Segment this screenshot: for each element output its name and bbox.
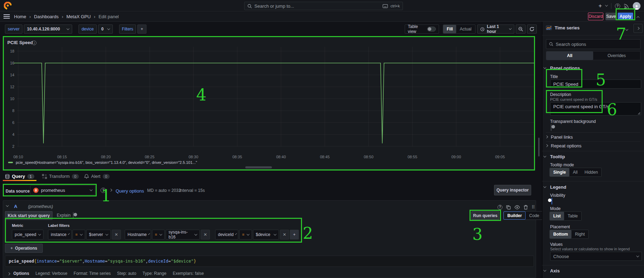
hide-response-icon[interactable] bbox=[514, 205, 520, 209]
chevron-down-icon bbox=[90, 188, 93, 191]
tab-query[interactable]: Query 1 bbox=[5, 174, 34, 179]
filter-value-select[interactable]: sysqa-ins-b16 bbox=[166, 230, 200, 239]
run-queries-button[interactable]: Run queries bbox=[471, 211, 499, 220]
variable-server-value[interactable]: 10.40.4.126:8000 bbox=[24, 25, 72, 34]
table-view-toggle[interactable] bbox=[427, 27, 436, 32]
explain-toggle[interactable] bbox=[73, 212, 74, 219]
placement-right-option[interactable]: Right bbox=[571, 230, 588, 238]
svg-text:08:20: 08:20 bbox=[101, 155, 111, 159]
legend-list-option[interactable]: List bbox=[550, 212, 564, 220]
breadcrumb-dashboard-name[interactable]: MetaX GPU bbox=[66, 14, 90, 19]
filter-key-select[interactable]: Hostname bbox=[125, 230, 151, 239]
vertical-scrollbar[interactable] bbox=[538, 138, 540, 157]
menu-icon[interactable] bbox=[4, 14, 10, 19]
filters-button[interactable]: Filters bbox=[119, 25, 136, 34]
options-search[interactable]: Search options bbox=[546, 39, 640, 49]
operations-button[interactable]: + Operations bbox=[5, 244, 43, 253]
add-label-filter-button[interactable]: + bbox=[290, 230, 299, 239]
kick-start-query-button[interactable]: Kick start your query bbox=[5, 211, 53, 220]
query-help-icon[interactable]: ? bbox=[498, 205, 502, 210]
placement-bottom-option[interactable]: Bottom bbox=[550, 230, 571, 238]
timeseries-chart[interactable]: 2468101214161808:1008:1508:2008:2508:300… bbox=[4, 37, 535, 170]
horizontal-scrollbar[interactable] bbox=[245, 166, 272, 168]
description-field-label: Description bbox=[550, 92, 571, 97]
tooltip-all-option[interactable]: All bbox=[569, 168, 581, 176]
filter-op-select[interactable]: = bbox=[152, 230, 165, 239]
tab-overrides[interactable]: Overrides bbox=[593, 51, 640, 60]
query-options-link[interactable]: Query options bbox=[116, 188, 144, 194]
collapse-pane-button[interactable] bbox=[633, 24, 643, 33]
global-search[interactable]: Search or jump to... ctrl+k bbox=[244, 2, 403, 10]
legend-visibility-toggle[interactable] bbox=[551, 198, 552, 204]
panel-description-textarea[interactable] bbox=[550, 102, 641, 116]
zoom-out-button[interactable] bbox=[516, 25, 526, 34]
help-icon[interactable]: ? bbox=[615, 4, 620, 9]
query-options-summary[interactable]: Options Legend: Verbose Format: Time ser… bbox=[13, 271, 204, 276]
legend-values-select[interactable]: Choose bbox=[550, 252, 642, 261]
actual-option[interactable]: Actual bbox=[456, 25, 475, 33]
visualization-picker[interactable]: Time series bbox=[546, 25, 630, 30]
query-options-chevron-icon[interactable] bbox=[109, 189, 112, 192]
filter-key-select[interactable]: instance bbox=[48, 230, 71, 239]
code-option[interactable]: Code bbox=[526, 211, 543, 220]
legend-header[interactable]: Legend bbox=[550, 185, 566, 190]
axis-header[interactable]: Axis bbox=[550, 268, 560, 273]
filter-value-select[interactable]: $server bbox=[86, 230, 111, 239]
add-icon[interactable]: + bbox=[598, 2, 602, 9]
panel-title-input[interactable] bbox=[550, 79, 641, 89]
search-icon bbox=[549, 42, 553, 46]
transparent-bg-toggle[interactable] bbox=[551, 124, 551, 131]
filter-value-select[interactable]: $device bbox=[253, 230, 279, 239]
timeseries-panel[interactable]: PCIE Speed i 2468101214161808:1008:1508:… bbox=[4, 37, 535, 169]
refresh-button[interactable] bbox=[527, 25, 537, 34]
query-ref-id[interactable]: A bbox=[14, 204, 17, 209]
legend-table-option[interactable]: Table bbox=[564, 212, 581, 220]
discard-button[interactable]: Discard bbox=[588, 13, 603, 20]
query-inspector-button[interactable]: Query inspector bbox=[494, 185, 531, 195]
tooltip-header[interactable]: Tooltip bbox=[550, 154, 565, 159]
filter-key-select[interactable]: deviceId bbox=[215, 230, 238, 239]
legend-placement-switch: Bottom Right bbox=[549, 230, 589, 239]
grafana-logo[interactable] bbox=[4, 2, 12, 9]
breadcrumb-dashboards[interactable]: Dashboards bbox=[34, 14, 59, 19]
filter-op-select[interactable]: = bbox=[73, 230, 85, 239]
duplicate-icon[interactable] bbox=[506, 205, 511, 210]
tab-all[interactable]: All bbox=[546, 51, 593, 60]
apply-button[interactable]: Apply bbox=[618, 13, 633, 20]
tooltip-single-option[interactable]: Single bbox=[550, 168, 569, 176]
metric-select[interactable]: pcie_speed bbox=[12, 230, 43, 239]
fill-option[interactable]: Fill bbox=[443, 25, 456, 33]
tab-transform[interactable]: Transform 0 bbox=[42, 174, 79, 179]
table-view-label: Table view bbox=[408, 24, 427, 34]
add-chevron-icon[interactable] bbox=[605, 4, 608, 6]
remove-filter-button[interactable]: ✕ bbox=[280, 230, 289, 239]
panel-links-section[interactable]: Panel links bbox=[551, 134, 573, 140]
breadcrumb-home[interactable]: Home bbox=[14, 14, 26, 19]
active-tab-underline bbox=[3, 180, 36, 181]
svg-text:18: 18 bbox=[10, 49, 14, 53]
variable-device-value[interactable]: 0 bbox=[98, 25, 113, 34]
chevron-down-icon bbox=[68, 233, 70, 235]
clock-icon bbox=[480, 27, 484, 32]
news-icon[interactable] bbox=[624, 3, 629, 9]
chevron-down-icon bbox=[247, 232, 249, 235]
save-button[interactable]: Save bbox=[605, 13, 617, 20]
remove-filter-button[interactable]: ✕ bbox=[201, 230, 210, 239]
trash-icon[interactable] bbox=[523, 205, 528, 210]
datasource-picker[interactable]: prometheus bbox=[30, 185, 95, 195]
panel-options-header[interactable]: Panel options bbox=[550, 65, 580, 71]
tooltip-hidden-option[interactable]: Hidden bbox=[581, 168, 601, 176]
resize-handle-icon[interactable] bbox=[638, 112, 640, 115]
remove-filter-button[interactable]: ✕ bbox=[112, 230, 121, 239]
filter-op-select[interactable]: = bbox=[239, 230, 252, 239]
drag-handle-icon[interactable]: ⠿ bbox=[532, 204, 535, 210]
repeat-options-section[interactable]: Repeat options bbox=[551, 143, 581, 148]
add-filter-variable-button[interactable]: + bbox=[137, 25, 146, 34]
tab-query-count: 1 bbox=[27, 174, 34, 179]
chart-legend[interactable]: pcie_speed{Hostname="sysqa-ins-b16", bio… bbox=[8, 160, 197, 165]
builder-option[interactable]: Builder bbox=[503, 211, 526, 220]
tab-alert[interactable]: Alert 0 bbox=[84, 174, 110, 179]
time-range-picker[interactable]: Last 1 hour bbox=[477, 25, 514, 34]
user-avatar[interactable] bbox=[633, 2, 640, 10]
datasource-help-icon[interactable]: ? bbox=[101, 188, 106, 193]
